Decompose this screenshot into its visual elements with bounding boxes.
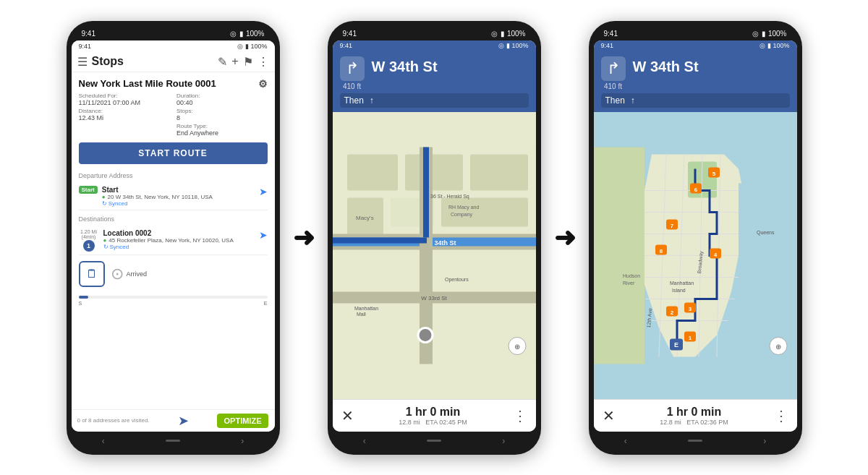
fingerprint-icon: ⊙: [111, 265, 124, 283]
arrived-label: Arrived: [127, 270, 148, 278]
svg-text:Opentours: Opentours: [445, 276, 469, 282]
stop-sync-start: ↻Synced: [102, 200, 255, 207]
add-stop-button[interactable]: 🗒: [79, 261, 105, 287]
forward-chevron-2[interactable]: ›: [502, 436, 505, 446]
more-icon[interactable]: ⋮: [258, 55, 269, 69]
svg-rect-1: [347, 154, 398, 190]
p3-map: E 1 2 3 4 5: [594, 112, 797, 399]
phone1-location-icon: ◎: [230, 30, 237, 38]
route-meta: Scheduled For: 11/11/2021 07:00 AM Durat…: [79, 93, 268, 137]
back-chevron-3[interactable]: ‹: [624, 436, 627, 446]
phone2-battery: ▮ 100%: [501, 30, 525, 38]
svg-text:Macy's: Macy's: [356, 214, 374, 221]
p3-nav-header: ↱ 410 ft W 34th St Then ↑: [594, 51, 797, 112]
phone1-top: 9:41 ◎ ▮ 100%: [72, 28, 275, 40]
phone2-location-icon: ◎: [491, 30, 498, 38]
p2-bottom-bar: ✕ 1 hr 0 min 12.8 mi ETA 02:45 PM ⋮: [333, 399, 536, 432]
stop-addr-start: 20 W 34th St, New York, NY 10118, USA: [108, 194, 213, 200]
add-stop-icon: 🗒: [86, 268, 98, 281]
home-indicator: [166, 440, 180, 442]
p1-battery: ▮ 100%: [245, 43, 268, 50]
add-icon[interactable]: +: [231, 55, 238, 68]
edit-icon[interactable]: ✎: [218, 55, 227, 69]
sched-value: 11/11/2021 07:00 AM: [79, 99, 170, 106]
forward-chevron[interactable]: ›: [241, 436, 244, 446]
phone-2: 9:41 ◎ ▮ 100% 9:41 ◎ ▮ 100% ↱ 410 f: [328, 21, 541, 455]
navigate-bottom-icon[interactable]: ➤: [178, 413, 189, 429]
svg-point-16: [418, 328, 433, 342]
svg-rect-40: [594, 147, 644, 364]
close-button-3[interactable]: ✕: [603, 407, 615, 424]
progress-container: S E: [79, 294, 268, 300]
phone1-screen: 9:41 ◎ ▮ 100% ☰ Stops ✎ + ⚑ ⋮ New York L…: [72, 40, 275, 432]
route-type-label: Route Type:: [176, 123, 268, 129]
p1-loc-icon: ◎: [237, 43, 243, 50]
start-stop: Start Start ● 20 W 34th St, New York, NY…: [79, 183, 268, 210]
close-button[interactable]: ✕: [341, 407, 354, 424]
svg-text:RH Macy and: RH Macy and: [448, 204, 480, 210]
phone2-top: 9:41 ◎ ▮ 100%: [333, 28, 536, 40]
svg-text:1: 1: [688, 334, 692, 341]
phone2-nav-bar: ‹ ›: [333, 432, 536, 448]
phone3-screen: 9:41 ◎ ▮ 100% ↱ 410 ft W 34th St Then: [594, 40, 797, 432]
duration-label: Duration:: [176, 93, 268, 99]
navigate-icon-1[interactable]: ➤: [259, 229, 268, 241]
p2-statusbar: 9:41 ◎ ▮ 100%: [333, 40, 536, 51]
progress-end: E: [264, 301, 268, 306]
p2-map: Macy's RH Macy and Company W 34th St: [333, 112, 536, 399]
svg-text:5: 5: [712, 170, 715, 176]
phone2-time: 9:41: [343, 30, 357, 38]
svg-rect-2: [405, 154, 463, 190]
more-button-3[interactable]: ⋮: [774, 407, 788, 424]
svg-text:2: 2: [670, 309, 673, 315]
scene: 9:41 ◎ ▮ 100% 9:41 ◎ ▮ 100% ☰ Stops ✎ +: [0, 0, 868, 475]
more-button[interactable]: ⋮: [513, 407, 527, 424]
svg-text:E: E: [673, 341, 678, 348]
progress-fill: [79, 296, 88, 299]
back-chevron[interactable]: ‹: [102, 436, 105, 446]
map-icon[interactable]: ⚑: [243, 55, 253, 69]
then-row-3: Then ↑: [601, 93, 790, 108]
svg-text:⊕: ⊕: [514, 342, 520, 350]
svg-text:Manhattan: Manhattan: [670, 280, 694, 285]
phone3-nav-bar: ‹ ›: [594, 432, 797, 448]
back-chevron-2[interactable]: ‹: [363, 436, 366, 446]
p3-statusbar: 9:41 ◎ ▮ 100%: [594, 40, 797, 51]
phone2-screen: 9:41 ◎ ▮ 100% ↱ 410 ft W 34th St Then: [333, 40, 536, 432]
gear-icon[interactable]: ⚙: [258, 78, 268, 90]
sched-label: Scheduled For:: [79, 93, 170, 99]
dist-label: Distance:: [79, 108, 170, 114]
start-route-button[interactable]: START ROUTE: [79, 142, 268, 164]
duration-value: 00:40: [176, 99, 268, 106]
stop-sync-1: ↻Synced: [103, 244, 255, 250]
stop-name-1: Location 0002: [103, 229, 255, 237]
phone1-nav-bar: ‹ ›: [72, 432, 275, 448]
stop-addr-1: 45 Rockefeller Plaza, New York, NY 10020…: [109, 237, 233, 244]
stop-num-1: 1: [83, 240, 95, 252]
p2-map-svg: Macy's RH Macy and Company W 34th St: [333, 112, 536, 399]
phone3-top: 9:41 ◎ ▮ 100%: [594, 28, 797, 40]
menu-icon[interactable]: ☰: [77, 55, 88, 69]
route-title: New York Last Mile Route 0001 ⚙: [79, 78, 268, 90]
progress-bar: [79, 296, 268, 299]
phone-1: 9:41 ◎ ▮ 100% 9:41 ◎ ▮ 100% ☰ Stops ✎ +: [67, 21, 280, 455]
navigate-icon-start[interactable]: ➤: [259, 186, 268, 197]
toolbar-title: Stops: [92, 55, 214, 68]
svg-text:W 33rd St: W 33rd St: [421, 294, 447, 301]
dest-stop-1: 1.20 Mi (4min) 1 Location 0002 ● 45 Rock…: [79, 226, 268, 255]
svg-rect-14: [423, 147, 429, 237]
svg-text:Manhattan: Manhattan: [354, 305, 378, 310]
turn-icon: ↱: [340, 56, 365, 81]
svg-text:6: 6: [694, 186, 697, 192]
forward-chevron-3[interactable]: ›: [763, 436, 766, 446]
svg-text:8: 8: [659, 247, 663, 254]
then-row: Then ↑: [340, 93, 529, 108]
phone-3: 9:41 ◎ ▮ 100% 9:41 ◎ ▮ 100% ↱ 410 f: [589, 21, 802, 455]
stops-label: Stops:: [176, 108, 268, 114]
svg-text:7: 7: [670, 222, 673, 228]
phone3-time: 9:41: [604, 30, 618, 38]
then-label: Then: [344, 95, 364, 106]
arrived-button[interactable]: ⊙ Arrived: [111, 261, 268, 287]
then-label-3: Then: [605, 95, 625, 106]
optimize-button[interactable]: OPTIMIZE: [217, 414, 269, 428]
